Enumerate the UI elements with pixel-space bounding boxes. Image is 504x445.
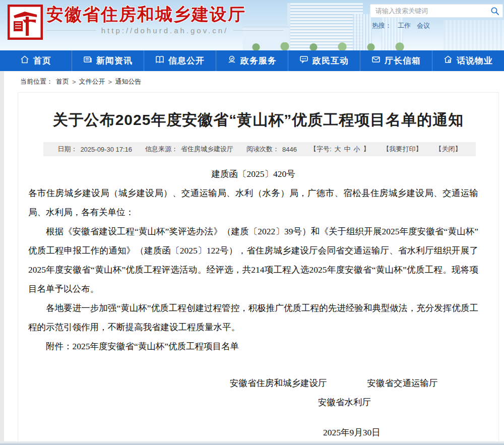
meta-fontsize-suffix: 】 [363, 145, 370, 154]
search-icon[interactable] [490, 7, 499, 16]
nav-item-label: 信息公开 [168, 55, 205, 67]
signature-housing-dept: 安徽省住房和城乡建设厅 [230, 373, 327, 393]
meta-source-label: 信息来源： [145, 145, 178, 154]
site-url-text: http://dohurd.ah.gov.cn/ [101, 26, 229, 35]
home-icon [20, 55, 29, 67]
meta-views-value: 8446 [282, 146, 297, 153]
site-logo-seal [8, 5, 43, 40]
breadcrumb-files[interactable]: 文件公开 [79, 77, 105, 86]
nav-item-service[interactable]: 政务服务 [216, 50, 288, 71]
meta-date-label: 日期： [57, 145, 77, 154]
hot-search: 热搜： 工作 会议 [370, 21, 503, 30]
breadcrumb: 当前位置： 首页 > 文件公开 > 通知公告 [0, 75, 504, 89]
nav-item-mailbox[interactable]: 厅长信箱 [360, 50, 432, 71]
print-button[interactable]: 【我要打印】 [383, 145, 422, 154]
document-body: 建质函〔2025〕420号 各市住房城乡建设局（城乡建设局）、交通运输局、水利（… [28, 164, 478, 445]
site-title: 安徽省住房和城乡建设厅 [46, 4, 283, 24]
article-panel: 关于公布2025年度安徽省“黄山杯”优质工程项目名单的通知 日期：2025-09… [18, 92, 499, 445]
signature-transport-dept: 安徽省交通运输厅 [367, 373, 438, 393]
search-input[interactable] [370, 7, 502, 15]
signature-water-dept: 安徽省水利厅 [318, 397, 371, 407]
font-size-small-button[interactable]: 小 [354, 145, 360, 154]
article-title: 关于公布2025年度安徽省“黄山杯”优质工程项目名单的通知 [18, 93, 498, 130]
breadcrumb-notices[interactable]: 通知公告 [115, 77, 141, 86]
search-area: 热搜： 工作 会议 [370, 4, 503, 30]
breadcrumb-label: 当前位置： [20, 77, 53, 86]
horizontal-scrollbar[interactable] [0, 441, 504, 445]
document-paragraph: 根据《安徽省建设工程“黄山杯”奖评选办法》（建质〔2022〕39号）和《关于组织… [28, 222, 478, 298]
nav-item-news[interactable]: 新闻资讯 [72, 50, 144, 71]
page-edge-strip [0, 71, 4, 445]
document-paragraph: 各地要进一步加强“黄山杯”优质工程创建过程管控，积极推广优质工程的先进经验和典型… [28, 298, 478, 337]
font-size-large-button[interactable]: 大 [335, 145, 341, 154]
news-icon [83, 55, 92, 67]
signature-row: 安徽省水利厅 [318, 393, 478, 412]
meta-date-value: 2025-09-30 17:16 [80, 146, 132, 153]
meta-fontsize-prefix: 【字号: [310, 145, 332, 154]
nav-item-label: 政民互动 [312, 55, 349, 67]
breadcrumb-separator: > [72, 78, 76, 86]
hot-search-link-meeting[interactable]: 会议 [417, 21, 430, 30]
property-icon [444, 55, 453, 67]
nav-item-label: 首页 [33, 55, 51, 67]
document-number: 建质函〔2025〕420号 [28, 164, 478, 183]
service-icon [227, 55, 236, 67]
nav-item-interaction[interactable]: 政民互动 [288, 50, 360, 71]
site-brand: 安徽省住房和城乡建设厅 http://dohurd.ah.gov.cn/ [46, 4, 283, 35]
hot-search-link-work[interactable]: 工作 [398, 21, 411, 30]
nav-item-home[interactable]: 首页 [0, 50, 72, 71]
nav-item-property[interactable]: 话说物业 [432, 50, 504, 71]
info-book-icon [155, 55, 164, 67]
main-nav: 首页 新闻资讯 信息公开 政务服务 [0, 50, 504, 71]
article-meta-bar: 日期：2025-09-30 17:16 信息来源：省住房城乡建设厅 阅读次数：8… [43, 142, 476, 156]
nav-item-label: 话说物业 [457, 55, 493, 67]
hot-search-label: 热搜： [372, 21, 392, 30]
nav-item-label: 政务服务 [240, 55, 277, 67]
nav-item-info[interactable]: 信息公开 [144, 50, 216, 71]
site-url: http://dohurd.ah.gov.cn/ [46, 26, 283, 35]
page: 安徽省住房和城乡建设厅 http://dohurd.ah.gov.cn/ 热搜：… [0, 0, 504, 445]
breadcrumb-home[interactable]: 首页 [56, 77, 69, 86]
meta-views-label: 阅读次数： [246, 145, 279, 154]
font-size-medium-button[interactable]: 中 [344, 145, 351, 154]
mailbox-icon [371, 55, 381, 67]
signature-row: 安徽省住房和城乡建设厅 安徽省交通运输厅 [230, 373, 478, 393]
close-button[interactable]: 【关闭】 [435, 145, 462, 154]
chat-icon [299, 55, 308, 67]
search-box [370, 4, 503, 18]
attachment-line[interactable]: 附件：2025年度安徽省“黄山杯”优质工程项目名单 [28, 337, 478, 356]
breadcrumb-separator: > [108, 78, 112, 86]
document-paragraph: 各市住房城乡建设局（城乡建设局）、交通运输局、水利（水务）局，广德市、宿松县住房… [28, 183, 478, 222]
site-header: 安徽省住房和城乡建设厅 http://dohurd.ah.gov.cn/ 热搜：… [0, 0, 504, 50]
nav-item-label: 厅长信箱 [385, 55, 421, 67]
document-date: 2025年9月30日 [323, 423, 478, 442]
header-trees-illustration [237, 42, 428, 50]
meta-source-value: 省住房城乡建设厅 [181, 145, 233, 154]
nav-item-label: 新闻资讯 [96, 55, 133, 67]
